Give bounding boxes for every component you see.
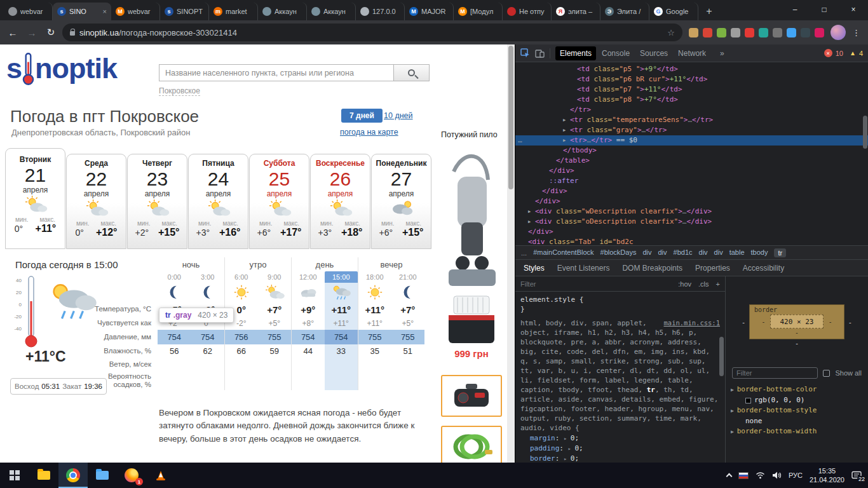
page-scrollbar-thumb[interactable] bbox=[508, 46, 513, 189]
extension-icon[interactable] bbox=[801, 28, 810, 37]
expand-arrow-icon[interactable]: ▶ bbox=[563, 115, 566, 125]
expand-arrow-icon[interactable]: ▶ bbox=[731, 387, 737, 393]
dom-tree-node[interactable]: …▶<tr>…</tr> == $0 bbox=[515, 135, 868, 146]
close-window-button[interactable]: × bbox=[839, 0, 868, 19]
address-bar[interactable]: sinoptik.ua/погода-покровское-303021414 … bbox=[62, 24, 682, 41]
dom-tree-node[interactable]: ▶<div class="wDescription clearfix">…</d… bbox=[515, 207, 868, 217]
more-marker[interactable]: … bbox=[518, 135, 522, 146]
device-toolbar-icon[interactable] bbox=[535, 49, 545, 58]
warning-count[interactable]: 4 bbox=[859, 50, 863, 57]
dom-tree-node[interactable]: ▶<div class="oDescription clearfix">…</d… bbox=[515, 217, 868, 227]
day-card[interactable]: Четверг23апрелямин.макс.+2°+15° bbox=[127, 154, 187, 249]
computed-property[interactable]: ▶ border-bottom-width bbox=[731, 426, 863, 437]
time-cell[interactable]: 0:00 bbox=[158, 271, 191, 283]
day-card[interactable]: Среда22апрелямин.макс.0°+12° bbox=[66, 154, 126, 249]
browser-tab[interactable]: ЭЭлита / bbox=[600, 3, 649, 20]
browser-tab[interactable]: Не отпу bbox=[503, 3, 552, 20]
breadcrumb-item[interactable]: #bd1c bbox=[674, 248, 693, 257]
cls-toggle[interactable]: .cls bbox=[698, 280, 709, 288]
expand-arrow-icon[interactable]: ▶ bbox=[528, 207, 531, 217]
browser-tab[interactable]: Яэлита – bbox=[552, 3, 600, 20]
breadcrumb-item[interactable]: tr bbox=[774, 248, 786, 257]
hidden-icons-chevron[interactable] bbox=[726, 473, 732, 480]
box-model-content[interactable]: 420 × 23 bbox=[770, 315, 824, 329]
margin-bottom-value[interactable]: - bbox=[740, 339, 853, 347]
extension-icon[interactable] bbox=[773, 28, 782, 37]
network-icon[interactable] bbox=[756, 471, 765, 479]
breadcrumb-item[interactable]: div bbox=[658, 248, 667, 257]
browser-tab[interactable]: 127.0.0 bbox=[356, 3, 405, 20]
ad-thumbnail-hose[interactable] bbox=[441, 426, 502, 463]
taskbar-folder[interactable] bbox=[88, 463, 117, 488]
devtools-tab-sources[interactable]: Sources bbox=[635, 46, 672, 60]
action-center-icon[interactable]: 22 bbox=[851, 471, 862, 480]
time-cell[interactable]: 6:00 bbox=[224, 271, 258, 283]
dom-tree-node[interactable]: <div class="Tab" id="bd2c bbox=[515, 237, 868, 245]
padding-left-value[interactable]: - bbox=[763, 318, 764, 325]
breadcrumb-more[interactable]: ... bbox=[521, 249, 527, 257]
margin-left-value[interactable]: - bbox=[742, 318, 745, 326]
extension-icon[interactable] bbox=[787, 28, 796, 37]
style-property[interactable]: padding: ▸ 0; bbox=[520, 444, 720, 454]
back-button[interactable]: ← bbox=[5, 25, 20, 40]
more-tabs-icon[interactable]: » bbox=[715, 46, 729, 60]
taskbar-chrome[interactable] bbox=[58, 463, 88, 488]
day-card[interactable]: Пятница24апрелямин.макс.+3°+16° bbox=[188, 154, 248, 249]
ten-days-link[interactable]: 10 дней bbox=[384, 111, 413, 120]
extension-icon[interactable] bbox=[815, 28, 824, 37]
breadcrumb-item[interactable]: #mainContentBlock bbox=[533, 248, 593, 257]
padding-right-value[interactable]: - bbox=[829, 318, 831, 325]
expand-arrow-icon[interactable]: ▶ bbox=[731, 408, 737, 414]
taskbar-firefox[interactable]: 1 bbox=[117, 463, 146, 488]
seven-days-button[interactable]: 7 дней bbox=[341, 109, 383, 123]
tab-close-icon[interactable]: × bbox=[103, 8, 107, 15]
dom-tree-node[interactable]: ▶<tr class="gray">…</tr> bbox=[515, 125, 868, 135]
dom-tree-node[interactable]: ::after bbox=[515, 176, 868, 186]
dom-tree-node[interactable]: </div> bbox=[515, 186, 868, 196]
ad-headline[interactable]: Потужний пило bbox=[441, 130, 505, 139]
breadcrumb-item[interactable]: table bbox=[729, 248, 745, 257]
browser-tab[interactable]: webvar bbox=[4, 3, 53, 20]
devtools-tab-network[interactable]: Network bbox=[674, 46, 710, 60]
style-property[interactable]: border: ▸ 0; bbox=[520, 454, 720, 463]
taskbar-vlc[interactable] bbox=[146, 463, 175, 488]
dom-tree-node[interactable]: </div> bbox=[515, 166, 868, 176]
element-style-rule[interactable]: element.style { bbox=[520, 295, 720, 304]
browser-tab[interactable]: GGoogle bbox=[649, 3, 698, 20]
dom-tree-node[interactable]: ▶<tr class="temperatureSens">…</tr> bbox=[515, 115, 868, 125]
expand-arrow-icon[interactable]: ▶ bbox=[563, 135, 566, 146]
dom-tree-node[interactable]: </tbody> bbox=[515, 146, 868, 156]
time-cell[interactable]: 3:00 bbox=[191, 271, 225, 283]
new-tab-button[interactable]: + bbox=[701, 3, 717, 20]
css-rule[interactable]: main.min.css:1 html, body, div, span, ap… bbox=[520, 318, 720, 463]
profile-avatar[interactable] bbox=[831, 25, 846, 40]
breadcrumb-item[interactable]: div bbox=[699, 248, 708, 257]
sinoptik-logo[interactable]: s noptik bbox=[6, 52, 117, 85]
browser-tab[interactable]: mmarket bbox=[209, 3, 258, 20]
search-input[interactable] bbox=[159, 64, 394, 81]
volume-icon[interactable] bbox=[772, 471, 782, 479]
devtools-tab-elements[interactable]: Elements bbox=[555, 46, 596, 60]
new-rule-button[interactable]: + bbox=[716, 280, 720, 288]
browser-tab[interactable]: Аккаун bbox=[258, 3, 307, 20]
breadcrumb-item[interactable]: div bbox=[714, 248, 723, 257]
dom-tree-node[interactable]: </div> bbox=[515, 227, 868, 237]
place-link[interactable]: Покровское bbox=[159, 86, 200, 96]
sidebar-tab-event-listeners[interactable]: Event Listeners bbox=[552, 261, 616, 276]
time-cell[interactable]: 21:00 bbox=[391, 271, 425, 283]
devtools-tab-console[interactable]: Console bbox=[597, 46, 634, 60]
browser-tab[interactable]: Аккаун bbox=[307, 3, 356, 20]
day-card[interactable]: Вторник21апрелямин.макс.0°+11° bbox=[5, 148, 65, 249]
sidebar-tab-properties[interactable]: Properties bbox=[689, 261, 736, 276]
shorthand-arrow-icon[interactable]: ▸ bbox=[564, 456, 571, 462]
weather-map-link[interactable]: погода на карте bbox=[340, 128, 398, 137]
error-count[interactable]: 10 bbox=[836, 50, 843, 57]
dom-tree-node[interactable]: </table> bbox=[515, 156, 868, 166]
browser-tab[interactable]: MMAJOR bbox=[405, 3, 454, 20]
bookmark-star-icon[interactable]: ☆ bbox=[667, 28, 675, 37]
style-property[interactable]: margin: ▸ 0; bbox=[520, 433, 720, 444]
inspect-element-icon[interactable] bbox=[520, 48, 530, 58]
padding-bottom-value[interactable]: - bbox=[754, 329, 839, 336]
maximize-button[interactable]: □ bbox=[810, 0, 839, 19]
styles-scrollbar-thumb[interactable] bbox=[719, 337, 724, 376]
